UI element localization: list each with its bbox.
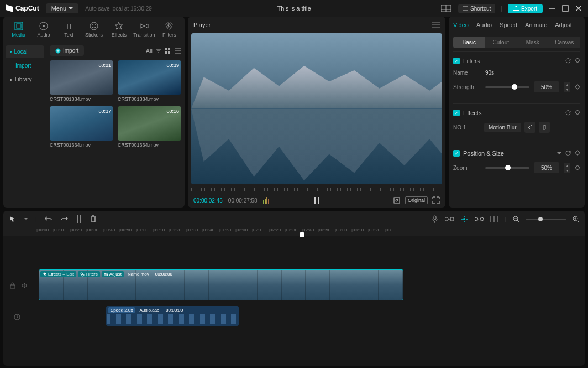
keyframe-icon[interactable] xyxy=(575,110,580,115)
zoom-in-button[interactable] xyxy=(573,216,579,222)
pause-button[interactable] xyxy=(313,196,321,204)
list-view-icon[interactable] xyxy=(175,48,181,54)
split-button[interactable] xyxy=(76,215,82,223)
strength-stepper[interactable]: ▴▾ xyxy=(564,82,570,92)
reset-icon[interactable] xyxy=(565,150,571,157)
subtab-mask[interactable]: Mask xyxy=(517,37,549,48)
inspector-tab-animate[interactable]: Animate xyxy=(525,22,547,28)
zoom-out-button[interactable] xyxy=(513,216,519,222)
zoom-slider[interactable] xyxy=(485,167,529,169)
video-track[interactable]: Effects – Edit Filters Adjust Name.mov 0… xyxy=(36,269,585,302)
subtab-basic[interactable]: Basic xyxy=(453,37,485,48)
svg-point-65 xyxy=(107,274,108,276)
lock-icon[interactable] xyxy=(9,282,17,289)
minimize-button[interactable] xyxy=(548,4,556,12)
pointer-tool[interactable] xyxy=(9,215,17,223)
strength-value[interactable]: 50% xyxy=(534,81,559,92)
preview-viewport[interactable] xyxy=(191,33,442,184)
menu-button[interactable]: Menu xyxy=(46,3,79,13)
timeline-zoom-slider[interactable] xyxy=(526,219,566,220)
export-button[interactable]: Export xyxy=(508,4,543,13)
effects-icon xyxy=(114,21,124,31)
audio-track[interactable]: Speed 2.0x Audio.aac 00:00:00 xyxy=(36,306,585,328)
mic-icon[interactable] xyxy=(432,215,438,223)
autosave-status: Auto save local at 16:30:29 xyxy=(85,6,152,12)
playhead[interactable] xyxy=(302,236,302,366)
link-icon[interactable] xyxy=(445,216,454,222)
inspector-tab-adjust[interactable]: Adjust xyxy=(555,22,572,28)
close-button[interactable] xyxy=(575,4,582,12)
filters-checkbox[interactable]: ✓ xyxy=(453,58,460,64)
inspector-tab-video[interactable]: Video xyxy=(453,22,469,28)
sidebar-item-local[interactable]: •Local xyxy=(6,45,44,58)
reset-icon[interactable] xyxy=(565,110,571,116)
tab-filters[interactable]: Filters xyxy=(158,19,181,40)
svg-line-58 xyxy=(577,220,579,222)
reset-icon[interactable] xyxy=(565,58,571,64)
tab-media[interactable]: Media xyxy=(7,19,30,40)
video-clip[interactable]: Effects – Edit Filters Adjust Name.mov 0… xyxy=(39,269,403,300)
player-menu-icon[interactable] xyxy=(432,22,440,28)
chevron-down-icon[interactable] xyxy=(557,152,561,155)
snap-icon[interactable] xyxy=(460,215,468,223)
import-button[interactable]: Import xyxy=(50,45,84,56)
media-clip[interactable]: 00:16CRST001334.mov xyxy=(118,106,181,148)
keyframe-icon[interactable] xyxy=(575,165,580,170)
sort-icon[interactable] xyxy=(156,48,161,54)
tab-text[interactable]: TIText xyxy=(57,19,81,40)
timeline-ruler[interactable]: |00:00|00:10|00:20|00:30|00:40|00:50|01:… xyxy=(3,227,585,236)
timeline-body[interactable]: Effects – Edit Filters Adjust Name.mov 0… xyxy=(3,236,585,366)
sidebar-toggle-icon[interactable] xyxy=(490,216,498,222)
zoom-value[interactable]: 50% xyxy=(534,162,559,173)
tab-stickers[interactable]: Stickers xyxy=(82,19,106,40)
subtab-canvas[interactable]: Canvas xyxy=(549,37,581,48)
clip-tag-effects[interactable]: Effects – Edit xyxy=(40,271,76,277)
svg-rect-31 xyxy=(268,199,269,204)
delete-button[interactable] xyxy=(90,215,97,223)
effects-checkbox[interactable]: ✓ xyxy=(453,110,460,116)
sidebar-item-library[interactable]: ▸Library xyxy=(6,73,44,86)
keyframe-icon[interactable] xyxy=(575,150,580,156)
tab-transition[interactable]: Transition xyxy=(132,19,156,40)
chain-icon[interactable] xyxy=(475,216,484,222)
zoom-stepper[interactable]: ▴▾ xyxy=(564,163,570,173)
player-ruler[interactable] xyxy=(191,185,442,193)
maximize-button[interactable] xyxy=(561,4,569,12)
fullscreen-icon[interactable] xyxy=(432,196,440,204)
chevron-down-icon[interactable] xyxy=(24,218,28,220)
project-title[interactable]: This is a title xyxy=(277,5,311,12)
mute-icon[interactable] xyxy=(21,282,29,289)
frame-icon[interactable] xyxy=(393,196,401,204)
keyframe-icon[interactable] xyxy=(575,84,580,90)
tab-effects[interactable]: Effects xyxy=(107,19,131,40)
ruler-tick: |00:00 xyxy=(36,227,53,236)
filter-all[interactable]: All xyxy=(146,48,153,54)
sidebar-item-import[interactable]: Import xyxy=(6,59,44,72)
edit-effect-button[interactable] xyxy=(524,122,536,133)
media-clip[interactable]: 00:37CRST001334.mov xyxy=(50,106,113,148)
svg-rect-49 xyxy=(480,217,484,221)
clip-tag-filters[interactable]: Filters xyxy=(78,271,100,277)
clock-icon[interactable] xyxy=(13,313,21,321)
inspector-tab-speed[interactable]: Speed xyxy=(500,22,517,28)
undo-button[interactable] xyxy=(45,216,53,222)
shortcut-button[interactable]: Shortcut xyxy=(458,4,495,13)
svg-rect-30 xyxy=(266,197,267,204)
redo-button[interactable] xyxy=(60,216,68,222)
strength-slider[interactable] xyxy=(485,86,529,88)
inspector-tab-audio[interactable]: Audio xyxy=(476,22,492,28)
media-clip[interactable]: 00:21CRST001334.mov xyxy=(50,60,113,102)
timeline-toolbar: | | xyxy=(3,211,585,227)
media-clip[interactable]: 00:39CRST001334.mov xyxy=(118,60,181,102)
grid-view-icon[interactable] xyxy=(165,48,171,54)
levels-icon[interactable] xyxy=(263,197,270,204)
position-checkbox[interactable]: ✓ xyxy=(453,150,460,157)
audio-clip[interactable]: Speed 2.0x Audio.aac 00:00:00 xyxy=(106,306,239,326)
clip-tag-adjust[interactable]: Adjust xyxy=(102,271,124,277)
delete-effect-button[interactable] xyxy=(539,122,550,133)
layout-icon[interactable] xyxy=(439,3,453,13)
keyframe-icon[interactable] xyxy=(575,58,580,63)
subtab-cutout[interactable]: Cutout xyxy=(485,37,517,48)
tab-audio[interactable]: Audio xyxy=(32,19,55,40)
original-toggle[interactable]: Original xyxy=(405,196,428,204)
